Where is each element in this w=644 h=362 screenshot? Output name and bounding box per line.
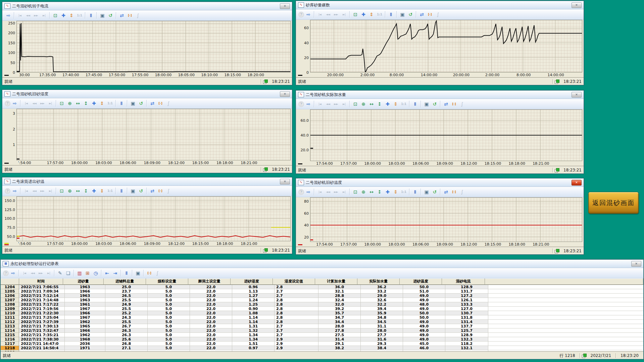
table-row[interactable]: 12052022/7/21 7:09:34196623.75.022.01.13…: [1, 289, 643, 294]
zoom-v-icon[interactable]: ↕: [82, 100, 90, 107]
window-titlebar[interactable]: ∿ 二号混砂机旧砂温度 ✕: [296, 178, 584, 187]
properties-icon[interactable]: ⇨: [9, 270, 17, 277]
window-titlebar[interactable]: ∿ 二号滚筒进出砂温 ✕: [2, 177, 292, 186]
v-scale-icon[interactable]: ⇕: [368, 11, 375, 18]
v-scale-icon[interactable]: ⇕: [98, 188, 106, 195]
add-field-icon[interactable]: ⊞: [84, 270, 91, 277]
properties-icon[interactable]: ⇨: [11, 100, 18, 107]
pan-icon[interactable]: ✚: [384, 101, 391, 108]
table-row[interactable]: 12182022/7/21 14:50:4197127.15.022.00.97…: [1, 346, 643, 350]
zoom-box-icon[interactable]: ⊡: [58, 100, 65, 107]
zoom-v-icon[interactable]: ↕: [376, 101, 383, 108]
return-mixing-screen-button[interactable]: 返回混砂画面: [588, 192, 639, 214]
chart-plot[interactable]: [310, 20, 582, 72]
table-row[interactable]: 12152022/7/21 7:35:21196226.35.022.01.34…: [1, 333, 643, 337]
zoom-v-icon[interactable]: ↕: [82, 188, 90, 195]
zoom-h-icon[interactable]: ↔: [74, 188, 82, 195]
window-titlebar[interactable]: ∿ 二号混砂机实际加水量 ✕: [296, 91, 584, 99]
zoom-h-icon[interactable]: ↔: [368, 189, 375, 196]
table-row[interactable]: 12042022/7/21 7:06:55196325.05.022.00.96…: [1, 285, 643, 289]
v-scale-icon[interactable]: ⇕: [68, 12, 75, 19]
window-titlebar[interactable]: ▦ 永红砂处理型砂运行记录表 ✕: [1, 260, 643, 268]
pause-icon[interactable]: Ⅱ: [123, 270, 130, 277]
close-icon[interactable]: ✕: [280, 179, 290, 185]
table-row[interactable]: 12142022/7/21 7:32:47196626.35.022.01.32…: [1, 328, 643, 333]
edit-icon[interactable]: ✎: [56, 270, 64, 277]
window-titlebar[interactable]: ∿ 二号混砂机转子电流 ✕: [2, 2, 292, 10]
table-row[interactable]: 12132022/7/21 7:30:13196526.75.022.01.31…: [1, 324, 643, 328]
pause-icon[interactable]: Ⅱ: [118, 188, 125, 195]
bracket-icon[interactable]: [∙]: [157, 100, 164, 107]
chart-plot[interactable]: [16, 21, 291, 72]
zoom-box-icon[interactable]: ⊡: [352, 11, 359, 18]
close-icon[interactable]: ✕: [572, 180, 582, 186]
table-row[interactable]: 12102022/7/21 7:22:30196625.25.022.01.08…: [1, 311, 643, 315]
record-grid[interactable]: 时间进砂量进辅料总量煤粉设定量膨润土设定量进砂湿度湿度设定值计算加水量实际加水量…: [1, 278, 643, 352]
properties-icon[interactable]: ⇨: [5, 12, 12, 19]
properties-icon[interactable]: ⇨: [305, 189, 312, 196]
table-row[interactable]: 12112022/7/21 7:25:04196724.35.022.01.14…: [1, 315, 643, 320]
table-row[interactable]: 12172022/7/21 14:47:0203626.85.022.01.51…: [1, 342, 643, 346]
axis-swap-icon[interactable]: ⇄: [149, 100, 156, 107]
refresh-icon[interactable]: ↺: [431, 101, 438, 108]
pause-icon[interactable]: Ⅱ: [411, 189, 419, 196]
properties-icon[interactable]: ⇨: [305, 101, 312, 108]
chart-plot[interactable]: [310, 197, 582, 242]
zoom-in-icon[interactable]: ⊕: [66, 100, 73, 107]
refresh-icon[interactable]: ↺: [137, 100, 145, 107]
axis-swap-icon[interactable]: ⇄: [442, 189, 450, 196]
pause-icon[interactable]: Ⅱ: [387, 11, 395, 18]
print-icon[interactable]: ▣: [99, 12, 106, 19]
zoom-box-icon[interactable]: ⊡: [352, 189, 359, 196]
close-icon[interactable]: ✕: [572, 2, 582, 8]
zoom-box-icon[interactable]: ⊡: [352, 101, 359, 108]
refresh-icon[interactable]: ↺: [107, 12, 114, 19]
zoom-h-icon[interactable]: ↔: [368, 101, 375, 108]
zoom-box-icon[interactable]: ⊡: [52, 12, 59, 19]
zoom-h-icon[interactable]: ↔: [74, 100, 82, 107]
bracket-icon[interactable]: [∙]: [126, 12, 134, 19]
properties-icon[interactable]: ⇨: [11, 188, 18, 195]
columns-icon[interactable]: ▥: [76, 270, 83, 277]
table-row[interactable]: 12082022/7/21 7:17:22196124.95.022.01.25…: [1, 302, 643, 307]
axis-swap-icon[interactable]: ⇄: [418, 11, 426, 18]
zoom-box-icon[interactable]: ⊡: [58, 188, 65, 195]
close-icon[interactable]: ✕: [280, 3, 290, 9]
v-scale-icon[interactable]: ⇕: [392, 189, 399, 196]
print-icon[interactable]: ▣: [423, 189, 430, 196]
pan-icon[interactable]: ✚: [384, 189, 391, 196]
pan-icon[interactable]: ✚: [90, 188, 98, 195]
chart-plot[interactable]: [16, 196, 291, 241]
chart-plot[interactable]: [310, 109, 582, 161]
axis-swap-icon[interactable]: ⇄: [118, 12, 126, 19]
v-scale-icon[interactable]: ⇕: [392, 101, 399, 108]
bracket-icon[interactable]: [∙]: [157, 188, 164, 195]
pan-icon[interactable]: ✚: [90, 100, 98, 107]
zoom-in-icon[interactable]: ⊕: [360, 101, 367, 108]
axis-swap-icon[interactable]: ⇄: [442, 101, 450, 108]
properties-icon[interactable]: ⇨: [305, 11, 312, 18]
pause-icon[interactable]: Ⅱ: [87, 12, 95, 19]
pause-icon[interactable]: Ⅱ: [118, 100, 125, 107]
refresh-icon[interactable]: ↺: [137, 188, 145, 195]
bracket-icon[interactable]: [∙]: [426, 11, 434, 18]
col-left-icon[interactable]: ⇤: [103, 270, 111, 277]
refresh-icon[interactable]: ↺: [431, 189, 438, 196]
table-row[interactable]: 12072022/7/21 7:14:48196325.55.022.01.24…: [1, 298, 643, 302]
refresh-icon[interactable]: ↺: [407, 11, 414, 18]
chart-plot[interactable]: [16, 109, 291, 160]
window-titlebar[interactable]: ∿ 砂库砂量碾数 ✕: [296, 1, 584, 9]
table-row[interactable]: 12122022/7/21 7:27:39196225.55.022.01.14…: [1, 320, 643, 324]
pause-icon[interactable]: Ⅱ: [411, 101, 419, 108]
print-icon[interactable]: ▣: [129, 188, 137, 195]
pan-icon[interactable]: ✚: [360, 11, 367, 18]
table-row[interactable]: 12062022/7/21 7:12:14196326.55.022.01.27…: [1, 294, 643, 298]
pan-icon[interactable]: ✚: [60, 12, 67, 19]
close-icon[interactable]: ✕: [631, 261, 641, 267]
table-row[interactable]: 12092022/7/21 7:19:56196725.55.022.00.90…: [1, 307, 643, 311]
window-titlebar[interactable]: ∿ 二号混砂机旧砂湿度 ✕: [2, 90, 292, 98]
clock-icon[interactable]: ◷: [92, 270, 99, 277]
bracket-icon[interactable]: [∙]: [450, 189, 458, 196]
col-right-icon[interactable]: ⇥: [111, 270, 119, 277]
axis-swap-icon[interactable]: ⇄: [149, 188, 156, 195]
